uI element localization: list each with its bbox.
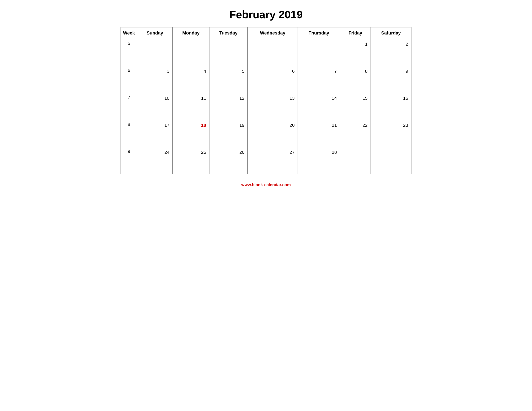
day-cell: 26 xyxy=(209,147,247,174)
day-cell xyxy=(172,39,209,66)
day-number: 18 xyxy=(174,122,207,128)
day-number: 1 xyxy=(342,41,369,47)
calendar-table: Week Sunday Monday Tuesday Wednesday Thu… xyxy=(121,27,411,174)
day-number: 16 xyxy=(373,95,409,101)
day-cell: 28 xyxy=(298,147,340,174)
day-number: 6 xyxy=(249,68,296,74)
day-number: 26 xyxy=(211,149,246,155)
week-number: 9 xyxy=(121,147,137,174)
day-number: 9 xyxy=(373,68,409,74)
day-cell xyxy=(137,39,172,66)
header-sunday: Sunday xyxy=(137,27,172,39)
day-cell: 1 xyxy=(340,39,371,66)
day-cell: 15 xyxy=(340,93,371,120)
week-number: 6 xyxy=(121,66,137,93)
day-cell xyxy=(298,39,340,66)
header-tuesday: Tuesday xyxy=(209,27,247,39)
header-friday: Friday xyxy=(340,27,371,39)
header-row: Week Sunday Monday Tuesday Wednesday Thu… xyxy=(121,27,411,39)
header-thursday: Thursday xyxy=(298,27,340,39)
day-cell: 10 xyxy=(137,93,172,120)
footer-link[interactable]: www.blank-calendar.com xyxy=(241,182,291,187)
day-cell: 25 xyxy=(172,147,209,174)
day-cell: 4 xyxy=(172,66,209,93)
day-cell: 22 xyxy=(340,120,371,147)
day-number: 23 xyxy=(373,122,409,128)
day-number: 8 xyxy=(342,68,369,74)
week-number: 7 xyxy=(121,93,137,120)
day-number: 25 xyxy=(174,149,207,155)
day-number: 20 xyxy=(249,122,296,128)
calendar-row: 63456789 xyxy=(121,66,411,93)
day-number: 7 xyxy=(300,68,338,74)
page-title: February 2019 xyxy=(229,8,303,21)
day-cell xyxy=(247,39,298,66)
day-number: 5 xyxy=(211,68,246,74)
week-number: 5 xyxy=(121,39,137,66)
day-number: 19 xyxy=(211,122,246,128)
day-cell: 5 xyxy=(209,66,247,93)
day-cell: 16 xyxy=(371,93,411,120)
day-cell xyxy=(371,147,411,174)
header-week: Week xyxy=(121,27,137,39)
day-cell: 19 xyxy=(209,120,247,147)
day-number: 27 xyxy=(249,149,296,155)
day-number: 10 xyxy=(139,95,171,101)
header-saturday: Saturday xyxy=(371,27,411,39)
day-number: 14 xyxy=(300,95,338,101)
day-number: 17 xyxy=(139,122,171,128)
day-number: 3 xyxy=(139,68,171,74)
day-number: 22 xyxy=(342,122,369,128)
day-cell: 20 xyxy=(247,120,298,147)
header-wednesday: Wednesday xyxy=(247,27,298,39)
day-number: 21 xyxy=(300,122,338,128)
day-cell: 8 xyxy=(340,66,371,93)
footer: www.blank-calendar.com xyxy=(241,182,291,187)
day-cell: 9 xyxy=(371,66,411,93)
day-cell: 2 xyxy=(371,39,411,66)
day-number: 28 xyxy=(300,149,338,155)
day-cell xyxy=(340,147,371,174)
day-cell: 17 xyxy=(137,120,172,147)
day-cell: 21 xyxy=(298,120,340,147)
day-cell: 23 xyxy=(371,120,411,147)
calendar-row: 710111213141516 xyxy=(121,93,411,120)
day-cell: 12 xyxy=(209,93,247,120)
calendar-row: 817181920212223 xyxy=(121,120,411,147)
day-number: 11 xyxy=(174,95,207,101)
calendar-row: 92425262728 xyxy=(121,147,411,174)
day-number: 15 xyxy=(342,95,369,101)
day-cell: 24 xyxy=(137,147,172,174)
day-cell: 14 xyxy=(298,93,340,120)
day-number: 24 xyxy=(139,149,171,155)
day-cell: 3 xyxy=(137,66,172,93)
day-cell: 11 xyxy=(172,93,209,120)
header-monday: Monday xyxy=(172,27,209,39)
day-cell xyxy=(209,39,247,66)
day-number: 2 xyxy=(373,41,409,47)
day-number: 13 xyxy=(249,95,296,101)
day-cell: 6 xyxy=(247,66,298,93)
day-cell: 18 xyxy=(172,120,209,147)
day-cell: 13 xyxy=(247,93,298,120)
week-number: 8 xyxy=(121,120,137,147)
calendar-row: 512 xyxy=(121,39,411,66)
day-cell: 7 xyxy=(298,66,340,93)
day-number: 4 xyxy=(174,68,207,74)
day-cell: 27 xyxy=(247,147,298,174)
day-number: 12 xyxy=(211,95,246,101)
